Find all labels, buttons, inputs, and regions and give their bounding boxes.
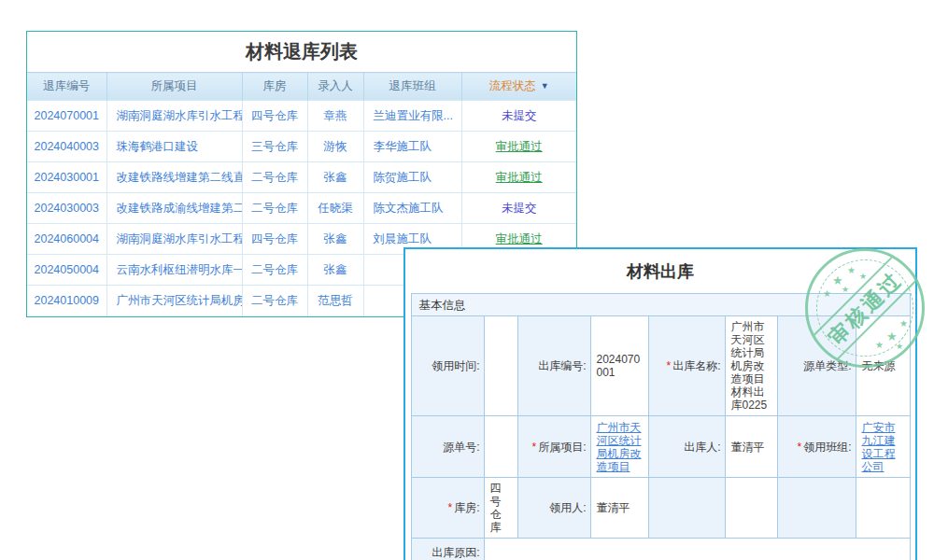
source-no-label: 源单号: <box>411 416 484 478</box>
source-type-value: 无来源 <box>856 316 910 416</box>
outbound-name-label: *出库名称: <box>648 316 725 416</box>
warehouse-label: *库房: <box>411 478 484 539</box>
cell-return-no[interactable]: 2024050004 <box>27 255 106 286</box>
cell-status: 未提交 <box>461 193 576 224</box>
column-header-team: 退库班组 <box>363 73 461 101</box>
cell-entry: 张鑫 <box>307 162 363 193</box>
cell-status[interactable]: 审批通过 <box>461 162 576 193</box>
collector-value: 董清平 <box>590 478 648 539</box>
collect-team-link[interactable]: 广安市九江建设工程公司 <box>862 421 896 473</box>
table-row[interactable]: 2024070001 湖南洞庭湖水库引水工程... 四号仓库 章燕 兰迪置业有限… <box>27 101 576 132</box>
outbound-person-value: 董清平 <box>725 416 777 478</box>
cell-entry: 章燕 <box>307 101 363 132</box>
collect-team-label: *领用班组: <box>777 416 856 478</box>
required-marker: * <box>797 441 801 454</box>
column-header-entry: 录入人 <box>307 73 363 101</box>
cell-project: 改建铁路线增建第二线直... <box>106 162 242 193</box>
table-row[interactable]: 2024030003 改建铁路成渝线增建第二... 二号仓库 任晓渠 陈文杰施工… <box>27 193 576 224</box>
collect-team-value: 广安市九江建设工程公司 <box>856 416 910 478</box>
cell-return-no[interactable]: 2024010009 <box>27 286 106 316</box>
section-header-label: 基本信息 <box>411 294 910 316</box>
empty-label-cell <box>777 478 856 539</box>
cell-warehouse: 四号仓库 <box>242 101 307 132</box>
collect-time-label: 领用时间: <box>411 316 484 416</box>
required-marker: * <box>447 501 452 514</box>
reason-value[interactable] <box>484 539 910 560</box>
cell-warehouse: 三号仓库 <box>242 132 307 162</box>
outbound-no-label: 出库编号: <box>517 316 590 416</box>
cell-status[interactable]: 审批通过 <box>461 132 576 162</box>
source-type-label: 源单类型: <box>777 316 856 416</box>
project-link[interactable]: 广州市天河区统计局机房改造项目 <box>597 421 642 473</box>
cell-project: 珠海鹤港口建设 <box>106 132 242 162</box>
column-header-warehouse: 库房 <box>242 73 307 101</box>
cell-team: 李华施工队 <box>363 132 461 162</box>
cell-project: 云南水利枢纽潜明水库一... <box>106 255 242 286</box>
return-list-title: 材料退库列表 <box>27 32 576 72</box>
outbound-basic-info-table: 基本信息 领用时间: 出库编号: 2024070001 *出库名称: 广州市天河… <box>411 293 911 560</box>
cell-return-no[interactable]: 2024030001 <box>27 162 106 193</box>
required-marker: * <box>666 359 671 372</box>
outbound-form-panel: 材料出库 基本信息 领用时间: 出库编号: 2024070001 *出库名称: … <box>403 247 917 560</box>
cell-status: 未提交 <box>461 101 576 132</box>
column-header-status-label[interactable]: 流程状态 <box>489 79 536 92</box>
table-row[interactable]: 2024030001 改建铁路线增建第二线直... 二号仓库 张鑫 陈贺施工队 … <box>27 162 576 193</box>
cell-warehouse: 二号仓库 <box>242 193 307 224</box>
cell-team: 兰迪置业有限... <box>363 101 461 132</box>
outbound-form-title: 材料出库 <box>405 249 915 293</box>
cell-project: 湖南洞庭湖水库引水工程... <box>106 224 242 255</box>
cell-entry: 范思哲 <box>307 286 363 316</box>
source-no-value <box>484 416 517 478</box>
reason-label: 出库原因: <box>411 539 484 560</box>
collector-label: 领用人: <box>517 478 590 539</box>
return-list-header-row: 退库编号 所属项目 库房 录入人 退库班组 流程状态▼ <box>27 73 576 101</box>
collect-time-value[interactable] <box>484 316 517 416</box>
outbound-name-value[interactable]: 广州市天河区统计局机房改造项目材料出库0225 <box>725 316 777 416</box>
table-row[interactable]: 2024040003 珠海鹤港口建设 三号仓库 游恢 李华施工队 审批通过 <box>27 132 576 162</box>
cell-warehouse: 二号仓库 <box>242 286 307 316</box>
project-value: 广州市天河区统计局机房改造项目 <box>590 416 648 478</box>
warehouse-value[interactable]: 四号仓库 <box>484 478 517 539</box>
cell-return-no[interactable]: 2024070001 <box>27 101 106 132</box>
cell-entry: 游恢 <box>307 132 363 162</box>
cell-entry: 张鑫 <box>307 255 363 286</box>
cell-warehouse: 二号仓库 <box>242 255 307 286</box>
empty-value-cell <box>856 478 910 539</box>
outbound-person-label: 出库人: <box>648 416 725 478</box>
cell-entry: 任晓渠 <box>307 193 363 224</box>
empty-label-cell <box>648 478 725 539</box>
cell-project: 湖南洞庭湖水库引水工程... <box>106 101 242 132</box>
column-header-return-no: 退库编号 <box>27 73 106 101</box>
column-header-project: 所属项目 <box>106 73 242 101</box>
section-header-basic-info: 基本信息 <box>411 294 910 316</box>
cell-return-no[interactable]: 2024030003 <box>27 193 106 224</box>
column-header-status[interactable]: 流程状态▼ <box>461 73 576 101</box>
cell-project: 广州市天河区统计局机房... <box>106 286 242 316</box>
cell-return-no[interactable]: 2024060004 <box>27 224 106 255</box>
required-marker: * <box>531 441 536 454</box>
outbound-no-value: 2024070001 <box>590 316 648 416</box>
cell-project: 改建铁路成渝线增建第二... <box>106 193 242 224</box>
cell-warehouse: 二号仓库 <box>242 162 307 193</box>
filter-dropdown-icon[interactable]: ▼ <box>541 81 549 91</box>
cell-team: 陈贺施工队 <box>363 162 461 193</box>
cell-warehouse: 四号仓库 <box>242 224 307 255</box>
cell-team: 陈文杰施工队 <box>363 193 461 224</box>
empty-value-cell <box>725 478 777 539</box>
page: 材料退库列表 退库编号 所属项目 库房 录入人 退库班组 流程状态▼ <box>0 0 934 560</box>
cell-entry: 张鑫 <box>307 224 363 255</box>
project-label: *所属项目: <box>517 416 590 478</box>
cell-return-no[interactable]: 2024040003 <box>27 132 106 162</box>
